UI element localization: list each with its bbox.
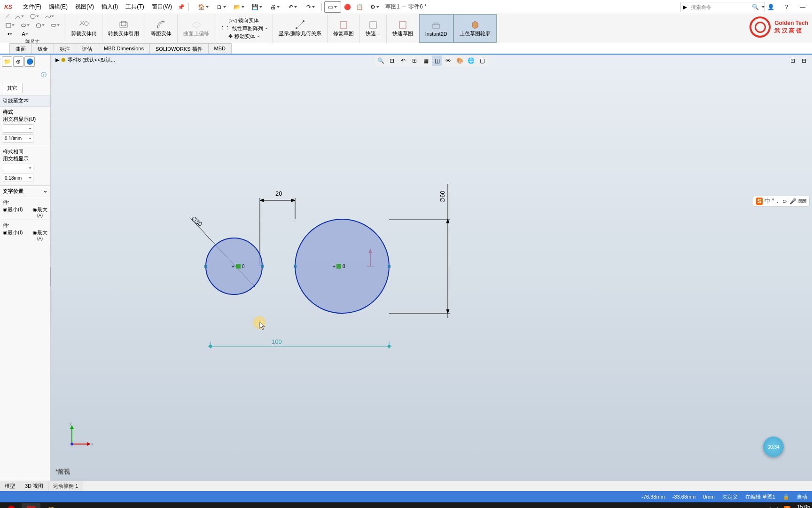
trim-button[interactable]: 剪裁实体(I) <box>68 18 99 39</box>
feature-tree-icon[interactable]: 📁 <box>2 56 12 67</box>
menu-view[interactable]: 视图(V) <box>71 1 98 13</box>
menu-edit[interactable]: 编辑(E) <box>45 1 71 13</box>
search-icon[interactable]: 🔍 <box>750 4 761 10</box>
panel-help-icon[interactable]: ⓘ <box>41 71 47 78</box>
polygon-icon[interactable] <box>33 21 47 30</box>
spline-icon[interactable] <box>42 12 56 21</box>
view-triad[interactable]: y x <box>65 423 93 452</box>
ime-voice-icon[interactable]: 🎤 <box>789 198 796 205</box>
dim-100-label[interactable]: 100 <box>272 338 282 345</box>
menu-window[interactable]: 窗口(W) <box>148 1 176 13</box>
tab-plugins[interactable]: SOLIDWORKS 插件 <box>149 43 209 54</box>
style-dropdown-2[interactable] <box>3 164 33 172</box>
tab-mbd[interactable]: MBD <box>208 43 232 54</box>
undo-button[interactable]: ↶ <box>284 1 301 13</box>
open-button[interactable]: 📂 <box>231 1 248 13</box>
point-left[interactable] <box>204 265 207 268</box>
ime-emoji-icon[interactable]: ☺ <box>782 198 788 205</box>
taskbar-solidworks-icon[interactable]: SW <box>22 503 40 508</box>
pin-icon[interactable]: 📌 <box>176 1 187 13</box>
save-button[interactable]: 💾 <box>249 1 265 13</box>
arc-icon[interactable] <box>12 12 26 21</box>
ime-punct-icon[interactable]: °， <box>772 197 780 205</box>
tab-annotate[interactable]: 标注 <box>54 43 76 54</box>
relation-marker-2[interactable] <box>336 264 341 269</box>
pattern-button[interactable]: ⋮⋮线性草图阵列 <box>218 24 270 32</box>
model-tab[interactable]: 模型 <box>0 481 20 491</box>
min-radio-2[interactable]: ◉最小(I) <box>3 229 23 241</box>
tab-sheetmetal[interactable]: 钣金 <box>31 43 54 54</box>
move-button[interactable]: ✥移动实体 <box>226 32 262 40</box>
minimize-icon[interactable]: — <box>797 1 808 13</box>
use-doc-checkbox-1[interactable]: 用文档显示(U) <box>3 116 47 123</box>
menu-file[interactable]: 文件(F) <box>19 1 45 13</box>
offset-button[interactable]: 等距实体 <box>148 18 174 39</box>
tab-mbd-dim[interactable]: MBD Dimensions <box>98 43 150 54</box>
config-icon[interactable]: ⊕ <box>13 56 23 67</box>
slot-icon[interactable] <box>48 21 62 30</box>
other-tab[interactable]: 其它 <box>2 83 23 93</box>
motion-tab[interactable]: 运动算例 1 <box>48 481 83 491</box>
status-sketch-icon[interactable]: 🔒 <box>783 494 789 500</box>
point-icon[interactable]: • <box>3 30 17 39</box>
select-button[interactable]: ▭ <box>324 1 341 13</box>
rect-icon[interactable] <box>3 21 17 30</box>
circle-icon[interactable] <box>27 12 41 21</box>
quick-snap-button[interactable]: 快速... <box>363 18 383 39</box>
rapid-sketch-button[interactable]: 快速草图 <box>390 18 416 39</box>
search-box[interactable]: ▶ 🔍 <box>680 2 765 12</box>
text-icon[interactable]: A <box>18 30 32 39</box>
menu-tools[interactable]: 工具(T) <box>122 1 148 13</box>
relation-marker-1[interactable] <box>236 264 241 269</box>
surface-offset-button[interactable]: 曲面上偏移 <box>180 18 212 39</box>
search-input[interactable] <box>689 4 750 10</box>
menu-insert[interactable]: 插入(I) <box>98 1 122 13</box>
ime-lang-label[interactable]: 中 <box>765 197 770 205</box>
point-right[interactable] <box>261 265 264 268</box>
display-mgr-icon[interactable]: 🔵 <box>24 56 35 67</box>
value-dropdown-1[interactable]: 0.18mm <box>3 134 33 143</box>
tab-evaluate[interactable]: 评估 <box>76 43 98 54</box>
new-button[interactable]: 🗋 <box>213 1 230 13</box>
max-radio-2[interactable]: ◉最大 <box>32 230 47 235</box>
mirror-button[interactable]: ▷◁镜向实体 <box>227 16 261 24</box>
leader-text-field[interactable]: 引线至文本 <box>3 98 29 103</box>
start-button[interactable] <box>2 503 21 508</box>
home-button[interactable]: 🏠 <box>195 1 212 13</box>
shaded-sketch-button[interactable]: 上色草图轮廓 <box>457 18 493 39</box>
tab-surface[interactable]: 曲面 <box>9 43 32 54</box>
tray-lang[interactable]: 中 <box>775 506 780 508</box>
sketch-canvas[interactable]: 20 ∅60 ∅30 <box>51 55 812 481</box>
tray-ime-icon[interactable]: S <box>784 506 790 508</box>
ime-toolbar[interactable]: S 中 °， ☺ 🎤 ⌨ <box>753 196 810 206</box>
line-icon[interactable] <box>3 12 11 21</box>
dim-60-label[interactable]: ∅60 <box>439 191 446 203</box>
style-dropdown-1[interactable] <box>3 124 33 133</box>
repair-button[interactable]: 修复草图 <box>330 18 357 39</box>
ellipse-icon[interactable] <box>18 21 32 30</box>
svg-point-51 <box>8 506 15 508</box>
convert-button[interactable]: 转换实体引用 <box>105 18 142 39</box>
use-doc-checkbox-2[interactable]: 用文档显示 <box>3 155 47 162</box>
ime-keyboard-icon[interactable]: ⌨ <box>798 198 806 205</box>
help-icon[interactable]: ? <box>781 1 792 13</box>
dim-20-label[interactable]: 20 <box>275 190 282 197</box>
clock-time[interactable]: 15:05 <box>794 504 810 508</box>
value-dropdown-2[interactable]: 0.18mm <box>3 174 33 182</box>
settings-icon[interactable]: ⚙ <box>367 1 383 13</box>
rebuild-icon[interactable]: 🔴 <box>342 1 353 13</box>
point-right-2[interactable] <box>388 265 390 268</box>
instant2d-button[interactable]: Instant2D <box>422 19 450 38</box>
print-button[interactable]: 🖨 <box>266 1 283 13</box>
relations-button[interactable]: 显示/删除几何关系 <box>276 18 324 39</box>
point-left-2[interactable] <box>294 265 297 268</box>
3d-view-tab[interactable]: 3D 视图 <box>20 481 48 491</box>
taskbar-explorer-icon[interactable]: 📁 <box>41 503 60 508</box>
options-icon[interactable]: 📋 <box>354 1 366 13</box>
max-radio-1[interactable]: ◉最大 <box>32 206 47 212</box>
redo-button[interactable]: ↷ <box>302 1 319 13</box>
dim-30-label[interactable]: ∅30 <box>190 215 203 228</box>
user-icon[interactable]: 👤 <box>765 1 776 13</box>
circle-large[interactable] <box>295 219 389 313</box>
min-radio-1[interactable]: ◉最小(I) <box>3 206 23 218</box>
